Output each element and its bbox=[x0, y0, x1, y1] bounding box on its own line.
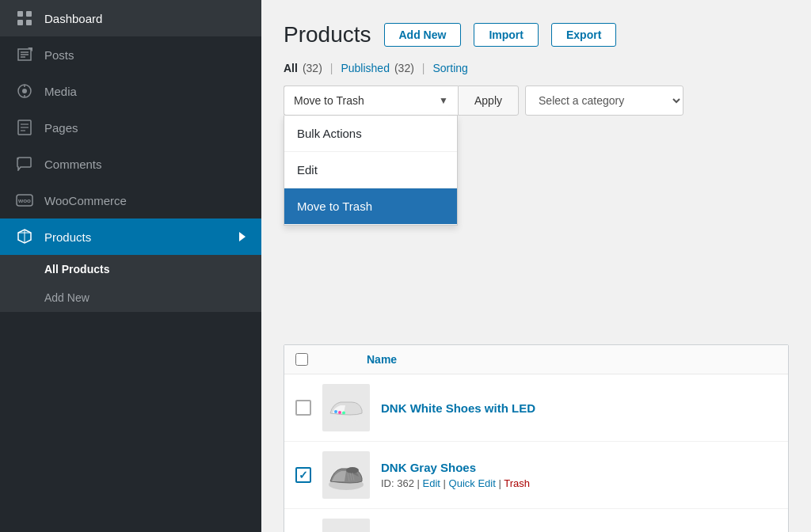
import-button[interactable]: Import bbox=[474, 23, 539, 47]
product-info-1: DNK White Shoes with LED bbox=[381, 401, 777, 415]
comments-icon bbox=[16, 155, 33, 173]
dropdown-item-move-to-trash[interactable]: Move to Trash bbox=[284, 188, 457, 225]
bulk-action-dropdown: Bulk Actions Edit Move to Trash bbox=[284, 116, 458, 226]
svg-point-8 bbox=[22, 89, 27, 93]
sidebar-item-posts[interactable]: Posts bbox=[0, 36, 261, 73]
sidebar: Dashboard Posts Media bbox=[0, 0, 261, 532]
product-info-2: DNK Gray Shoes ID: 362 | Edit | Quick Ed… bbox=[381, 461, 777, 489]
sidebar-sub-add-new[interactable]: Add New bbox=[0, 283, 261, 312]
filter-sorting[interactable]: Sorting bbox=[432, 62, 467, 74]
sidebar-products-arrow bbox=[239, 232, 246, 241]
sidebar-sub-all-products[interactable]: All Products bbox=[0, 255, 261, 283]
svg-point-24 bbox=[346, 467, 359, 473]
all-products-label: All Products bbox=[44, 263, 109, 276]
page-title: Products bbox=[284, 22, 371, 48]
sidebar-label-pages: Pages bbox=[44, 121, 78, 135]
product-thumb-3 bbox=[322, 519, 370, 532]
product-quick-edit-link[interactable]: Quick Edit bbox=[449, 477, 496, 489]
sidebar-label-posts: Posts bbox=[44, 48, 74, 62]
bulk-action-wrapper: Move to Trash ▼ Bulk Actions Edit Move t… bbox=[284, 86, 458, 116]
filter-all[interactable]: All bbox=[284, 62, 298, 74]
sidebar-label-products: Products bbox=[44, 230, 91, 244]
filter-bar: All (32) | Published (32) | Sorting bbox=[284, 62, 789, 74]
gray-shoe-icon bbox=[326, 454, 367, 496]
product-edit-link[interactable]: Edit bbox=[423, 477, 440, 489]
pages-icon bbox=[16, 119, 33, 136]
woocommerce-icon: woo bbox=[16, 192, 33, 209]
product-name-2[interactable]: DNK Gray Shoes bbox=[381, 461, 777, 474]
main-content: Products Add New Import Export All (32) … bbox=[261, 0, 811, 532]
sep1: | bbox=[330, 62, 333, 74]
led-shoe-icon bbox=[326, 388, 366, 428]
sidebar-item-dashboard[interactable]: Dashboard bbox=[0, 0, 261, 36]
sidebar-label-woocommerce: WooCommerce bbox=[44, 194, 127, 207]
sidebar-item-products[interactable]: Products bbox=[0, 218, 261, 255]
svg-point-22 bbox=[342, 412, 345, 415]
dropdown-item-bulk-actions[interactable]: Bulk Actions bbox=[284, 116, 457, 152]
products-icon bbox=[16, 228, 33, 245]
products-table: Name DNK White Shoes with LED bbox=[284, 344, 789, 532]
sidebar-item-comments[interactable]: Comments bbox=[0, 146, 261, 182]
product-thumb-2 bbox=[322, 451, 370, 499]
product-id-label: ID: 362 | bbox=[381, 477, 423, 489]
page-header: Products Add New Import Export bbox=[284, 22, 789, 48]
sidebar-label-dashboard: Dashboard bbox=[44, 12, 102, 25]
svg-rect-2 bbox=[17, 20, 23, 25]
sidebar-item-woocommerce[interactable]: woo WooCommerce bbox=[0, 182, 261, 218]
product-name-1[interactable]: DNK White Shoes with LED bbox=[381, 401, 777, 415]
sidebar-item-media[interactable]: Media bbox=[0, 73, 261, 109]
filter-published[interactable]: Published bbox=[341, 62, 390, 74]
table-row: DNK Gray Shoes ID: 362 | Edit | Quick Ed… bbox=[284, 442, 788, 509]
toolbar: Move to Trash ▼ Bulk Actions Edit Move t… bbox=[284, 86, 789, 116]
select-all-checkbox[interactable] bbox=[295, 353, 308, 366]
add-new-button[interactable]: Add New bbox=[384, 23, 462, 47]
svg-rect-0 bbox=[17, 11, 23, 17]
svg-point-20 bbox=[334, 410, 337, 413]
sidebar-sub-products: All Products Add New bbox=[0, 255, 261, 312]
svg-text:woo: woo bbox=[17, 197, 31, 204]
media-icon bbox=[16, 82, 33, 100]
product-trash-link[interactable]: Trash bbox=[504, 477, 530, 489]
filter-all-count: (32) bbox=[303, 62, 322, 74]
add-new-sub-label: Add New bbox=[44, 291, 89, 304]
table-header: Name bbox=[284, 345, 788, 374]
row-checkbox-1[interactable] bbox=[295, 400, 311, 416]
row-checkbox-2[interactable] bbox=[295, 467, 311, 483]
category-select[interactable]: Select a category bbox=[525, 86, 683, 116]
brown-shoe-icon bbox=[326, 522, 367, 532]
sidebar-label-comments: Comments bbox=[44, 158, 102, 171]
product-meta-sep1: | bbox=[444, 477, 449, 489]
bulk-action-select[interactable]: Move to Trash ▼ bbox=[284, 86, 458, 116]
table-row: DNK White Shoes with LED bbox=[284, 374, 788, 442]
apply-button[interactable]: Apply bbox=[458, 86, 519, 116]
sidebar-item-pages[interactable]: Pages bbox=[0, 109, 261, 146]
svg-rect-1 bbox=[26, 11, 32, 17]
product-meta-2: ID: 362 | Edit | Quick Edit | Trash bbox=[381, 477, 777, 489]
dashboard-icon bbox=[16, 10, 33, 27]
product-thumb-1 bbox=[322, 384, 370, 431]
sep2: | bbox=[422, 62, 425, 74]
filter-published-count: (32) bbox=[394, 62, 414, 74]
table-row: DNK Brown Shoes bbox=[284, 509, 788, 532]
sidebar-label-media: Media bbox=[44, 85, 77, 98]
svg-point-21 bbox=[338, 411, 341, 414]
col-name-header: Name bbox=[367, 353, 397, 366]
dropdown-item-edit[interactable]: Edit bbox=[284, 152, 457, 188]
svg-rect-3 bbox=[26, 20, 32, 25]
bulk-select-label: Move to Trash bbox=[294, 94, 364, 107]
posts-icon bbox=[16, 46, 33, 63]
bulk-select-arrow-icon: ▼ bbox=[439, 95, 448, 106]
export-button[interactable]: Export bbox=[551, 23, 616, 47]
